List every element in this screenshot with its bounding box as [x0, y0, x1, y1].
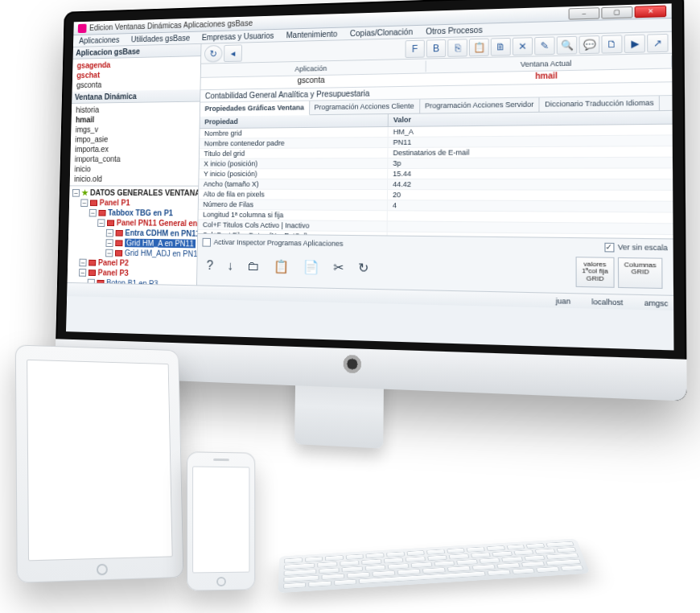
paste-icon[interactable]: 📋	[469, 38, 489, 56]
dyn-item[interactable]: importa_conta	[70, 154, 199, 164]
tree-toggle[interactable]: –	[89, 209, 97, 217]
col-val: Valor	[389, 111, 673, 126]
tab-propiedades[interactable]: Propiedades Gráficas Ventana	[200, 101, 310, 117]
chk-scale-label: Ver sin escala	[618, 243, 668, 252]
val-cell[interactable]: 4	[388, 200, 673, 212]
prop-cell: Col+F Titulos Cols Activo | Inactivo	[198, 220, 387, 231]
dyn-item[interactable]: impo_asie	[71, 134, 200, 145]
prop-cell: Alto de fila en pixels	[199, 190, 388, 200]
status-user: juan	[556, 296, 570, 305]
tree: –★ DATOS GENERALES VENTANA –Panel P1–Tab…	[68, 185, 199, 285]
dyn-list: historia hmail imgs_v impo_asie importa.…	[70, 102, 200, 186]
run-icon[interactable]: ▶	[624, 34, 645, 52]
chk-inspector[interactable]	[202, 237, 211, 246]
prop-cell: X inicio (posición)	[200, 158, 389, 168]
chk-scale[interactable]: ✓	[604, 242, 614, 252]
tree-node[interactable]: –Panel P1	[72, 198, 198, 208]
grid-body[interactable]: Nombre gridHM_ANombre contenedor padrePN…	[198, 125, 673, 238]
dyn-item[interactable]: importa.ex	[71, 144, 200, 154]
menu-empresas[interactable]: Empresas y Usuarios	[196, 30, 280, 43]
tree-toggle[interactable]: –	[106, 229, 113, 237]
copy-icon[interactable]: ⎘	[447, 39, 467, 57]
tab-prog-servidor[interactable]: Programación Acciones Servidor	[420, 97, 540, 113]
new-icon[interactable]: 🗋	[601, 35, 622, 53]
chk-inspector-label: Activar Inspector Programas Aplicaciones	[214, 238, 344, 248]
search-icon[interactable]: 🔍	[557, 35, 578, 54]
table-row[interactable]: Y inicio (posición)15.44	[199, 168, 673, 179]
nav-back-icon[interactable]: ◂	[224, 44, 242, 62]
minimize-button[interactable]: –	[569, 7, 600, 19]
apps-list: gsagenda gschat gsconta	[72, 56, 201, 92]
col-prop: Propiedad	[200, 114, 389, 128]
prop-cell: Titulo del grid	[200, 148, 389, 158]
tab-prog-cliente[interactable]: Programación Acciones Cliente	[310, 100, 420, 115]
btn-columnas[interactable]: ColumnasGRID	[618, 257, 663, 289]
italic-icon[interactable]: B	[426, 39, 447, 57]
close-button[interactable]: ✕	[635, 5, 667, 18]
menu-utilidades[interactable]: Utilidades gsBase	[125, 32, 196, 46]
menu-mantenimiento[interactable]: Mantenimiento	[280, 28, 344, 42]
export-icon[interactable]: ↗	[647, 33, 669, 51]
download-icon[interactable]: ↓	[227, 258, 233, 273]
tree-toggle[interactable]: –	[105, 239, 113, 247]
tree-root[interactable]: DATOS GENERALES VENTANA	[90, 188, 198, 197]
status-host: localhost	[591, 297, 623, 306]
app-window: Edicion Ventanas Dinámicas Aplicaciones …	[66, 3, 673, 350]
prop-cell: Número de Filas	[199, 200, 388, 210]
val-cell[interactable]: 15.44	[388, 168, 673, 179]
prop-cell: Nombre contenedor padre	[200, 138, 388, 148]
val-cell[interactable]: 20	[388, 190, 673, 201]
menu-otros[interactable]: Otros Procesos	[419, 23, 489, 37]
app-item[interactable]: gsconta	[72, 78, 200, 90]
chat-icon[interactable]: 💬	[579, 35, 599, 54]
prop-cell: Nombre grid	[200, 127, 388, 138]
tab-diccionario[interactable]: Diccionario Traducción Idiomas	[540, 96, 661, 112]
tree-toggle[interactable]: –	[97, 219, 105, 227]
window-title: Edicion Ventanas Dinámicas Aplicaciones …	[89, 19, 253, 31]
dyn-item[interactable]: inicio.old	[70, 174, 199, 184]
left-pane: Aplicacion gsBase gsagenda gschat gscont…	[68, 44, 202, 286]
val-cell[interactable]: PN11	[388, 135, 672, 147]
clipboard-icon[interactable]: 📋	[274, 259, 290, 274]
val-cell[interactable]: 44.42	[388, 179, 673, 190]
val-cell[interactable]: Destinatarios de E-mail	[388, 146, 673, 158]
tools-icon[interactable]: ✂	[333, 260, 344, 275]
tree-toggle[interactable]: –	[79, 269, 86, 277]
phone-device	[187, 451, 255, 590]
btn-valores[interactable]: valores1ªcol fijaGRID	[575, 257, 614, 288]
edit-icon[interactable]: ✎	[534, 36, 554, 55]
tree-toggle[interactable]: –	[79, 259, 86, 267]
table-row[interactable]: X inicio (posición)3p	[200, 158, 673, 170]
app-icon	[78, 23, 87, 32]
menu-copias[interactable]: Copias/Clonación	[344, 26, 419, 39]
folder-icon[interactable]: 🗀	[247, 259, 260, 274]
menu-aplicaciones[interactable]: Aplicaciones	[73, 34, 126, 47]
maximize-button[interactable]: ▢	[601, 6, 632, 19]
val-cell[interactable]: 3p	[388, 158, 673, 168]
sync-icon[interactable]: ↻	[358, 261, 369, 276]
tablet-device	[15, 344, 184, 583]
prop-cell: Longitud 1ª columna si fija	[198, 210, 387, 221]
bold-icon[interactable]: F	[405, 39, 424, 57]
status-db: amgsc	[644, 298, 669, 307]
tree-node[interactable]: –Tabbox TBG en P1	[72, 208, 198, 219]
help-icon[interactable]: ?	[207, 258, 214, 273]
prop-cell: Ancho (tamaño X)	[199, 179, 388, 189]
paste2-icon[interactable]: 📄	[303, 259, 319, 274]
val-cell[interactable]: HM_A	[389, 125, 673, 137]
keyboard-device	[278, 538, 591, 593]
refresh-icon[interactable]: ↻	[204, 45, 223, 63]
right-pane: ↻ ◂ F B ⎘ 📋 🗎 ✕ ✎ 🔍 💬 🗋 ▶	[197, 32, 673, 295]
tree-toggle[interactable]: –	[105, 249, 113, 257]
tree-toggle[interactable]: –	[80, 199, 88, 207]
dyn-item[interactable]: inicio	[70, 164, 199, 175]
delete-icon[interactable]: ✕	[513, 37, 533, 56]
prop-cell: Y inicio (posición)	[199, 169, 388, 179]
tree-toggle[interactable]: –	[72, 189, 80, 196]
doc-icon[interactable]: 🗎	[491, 37, 511, 56]
